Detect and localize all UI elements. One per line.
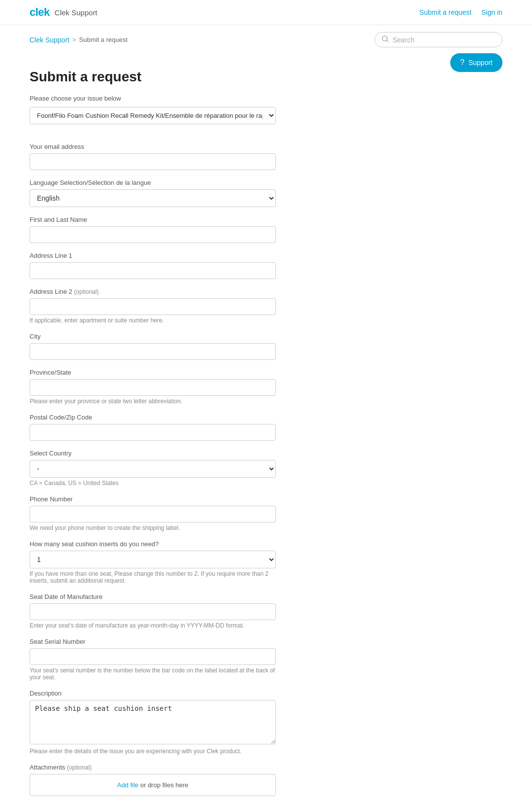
- attachments-or-text: or drop files here: [138, 781, 188, 789]
- attachments-dropzone[interactable]: Add file or drop files here: [30, 774, 276, 796]
- country-label: Select Country: [30, 450, 276, 457]
- email-label: Your email address: [30, 143, 276, 150]
- email-input[interactable]: [30, 153, 276, 170]
- submit-request-form: Please choose your issue below Foonf/Fil…: [30, 95, 276, 804]
- country-select[interactable]: - CA US: [30, 460, 276, 478]
- address1-input[interactable]: [30, 262, 276, 279]
- language-label: Language Selection/Sélection de la langu…: [30, 179, 276, 186]
- country-hint: CA = Canada, US = United States: [30, 480, 276, 487]
- address2-hint: If applicable, enter apartment or suite …: [30, 317, 276, 324]
- address1-label: Address Line 1: [30, 252, 276, 259]
- province-input[interactable]: [30, 379, 276, 396]
- breadcrumb-root[interactable]: Clek Support: [30, 36, 69, 44]
- breadcrumb-current: Submit a request: [79, 36, 128, 43]
- inserts-label: How many seat cushion inserts do you nee…: [30, 540, 276, 548]
- svg-line-1: [387, 40, 388, 42]
- sign-in-nav-link[interactable]: Sign in: [481, 8, 502, 16]
- name-input[interactable]: [30, 226, 276, 243]
- attachments-label: Attachments (optional): [30, 764, 276, 771]
- issue-select[interactable]: Foonf/Filo Foam Cushion Recall Remedy Ki…: [30, 107, 276, 124]
- add-file-link[interactable]: Add file: [117, 781, 138, 789]
- description-textarea[interactable]: Please ship a seat cushion insert: [30, 700, 276, 744]
- city-input[interactable]: [30, 343, 276, 360]
- language-select[interactable]: English Français: [30, 189, 276, 207]
- serial-input[interactable]: [30, 648, 276, 665]
- dom-input[interactable]: [30, 603, 276, 620]
- breadcrumb-separator: >: [72, 36, 76, 43]
- description-hint: Please enter the details of the issue yo…: [30, 748, 276, 755]
- support-button[interactable]: ? Support: [450, 53, 502, 72]
- serial-label: Seat Serial Number: [30, 638, 276, 645]
- province-label: Province/State: [30, 369, 276, 376]
- dom-hint: Enter your seat's date of manufacture as…: [30, 622, 276, 629]
- support-icon: ?: [460, 58, 465, 67]
- submit-request-nav-link[interactable]: Submit a request: [419, 8, 471, 16]
- page-title: Submit a request: [30, 69, 276, 85]
- inserts-hint: If you have more than one seat, Please c…: [30, 570, 276, 584]
- header-logo-area: clek Clek Support: [30, 6, 98, 19]
- address2-label: Address Line 2 (optional): [30, 288, 276, 295]
- phone-label: Phone Number: [30, 495, 276, 503]
- search-box[interactable]: [374, 32, 502, 47]
- postal-input[interactable]: [30, 424, 276, 441]
- province-hint: Please enter your province or state two …: [30, 398, 276, 405]
- dom-label: Seat Date of Manufacture: [30, 593, 276, 600]
- header-support-label[interactable]: Clek Support: [55, 8, 98, 17]
- phone-input[interactable]: [30, 506, 276, 523]
- support-button-label: Support: [468, 59, 493, 67]
- search-icon: [382, 35, 389, 44]
- serial-hint: Your seat's serial number is the number …: [30, 667, 276, 681]
- please-choose-label: Please choose your issue below: [30, 95, 276, 102]
- breadcrumb: Clek Support > Submit a request: [30, 36, 128, 44]
- name-label: First and Last Name: [30, 216, 276, 223]
- description-label: Description: [30, 690, 276, 697]
- city-label: City: [30, 333, 276, 340]
- inserts-select[interactable]: 1 2: [30, 551, 276, 568]
- phone-hint: We need your phone number to create the …: [30, 524, 276, 531]
- search-input[interactable]: [393, 36, 495, 44]
- postal-label: Postal Code/Zip Code: [30, 414, 276, 421]
- logo[interactable]: clek: [30, 6, 50, 19]
- address2-input[interactable]: [30, 298, 276, 315]
